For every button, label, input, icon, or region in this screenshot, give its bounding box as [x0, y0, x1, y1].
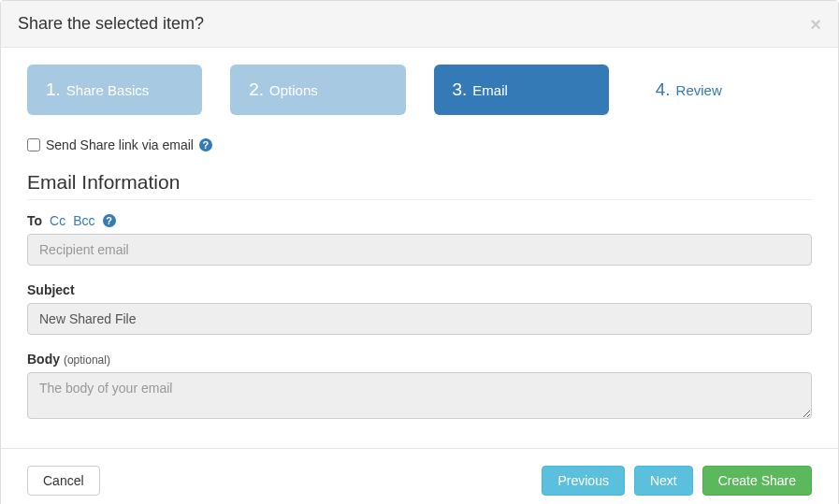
help-icon[interactable]: ?: [199, 138, 212, 151]
step-label: Email: [472, 82, 508, 98]
recipient-labels: To Cc Bcc ?: [27, 213, 812, 228]
body-textarea[interactable]: [27, 372, 812, 419]
previous-button[interactable]: Previous: [542, 466, 624, 496]
modal-header: Share the selected item? ×: [1, 1, 838, 48]
subject-label: Subject: [27, 282, 812, 297]
step-email[interactable]: 3. Email: [434, 65, 609, 115]
cancel-button[interactable]: Cancel: [27, 466, 100, 496]
send-link-via-email-label: Send Share link via email: [46, 137, 194, 152]
modal-body: 1. Share Basics 2. Options 3. Email 4. R…: [1, 48, 838, 448]
body-optional-text: (optional): [64, 353, 110, 367]
step-share-basics[interactable]: 1. Share Basics: [27, 65, 202, 115]
send-link-via-email-row: Send Share link via email ?: [27, 137, 812, 152]
modal-title: Share the selected item?: [18, 14, 204, 34]
step-review[interactable]: 4. Review: [637, 65, 812, 115]
next-button[interactable]: Next: [634, 466, 693, 496]
step-label: Share Basics: [66, 82, 149, 98]
step-number: 2.: [249, 79, 264, 100]
recipient-input[interactable]: [27, 234, 812, 266]
email-information-heading: Email Information: [27, 171, 812, 200]
subject-input[interactable]: [27, 303, 812, 335]
help-icon[interactable]: ?: [103, 214, 116, 227]
step-number: 4.: [656, 79, 671, 100]
subject-group: Subject: [27, 282, 812, 335]
bcc-link[interactable]: Bcc: [73, 213, 94, 228]
step-label: Review: [676, 82, 722, 98]
cc-link[interactable]: Cc: [50, 213, 65, 228]
step-label: Options: [269, 82, 318, 98]
footer-right: Previous Next Create Share: [542, 466, 812, 496]
create-share-button[interactable]: Create Share: [702, 466, 812, 496]
recipient-group: To Cc Bcc ?: [27, 213, 812, 266]
step-options[interactable]: 2. Options: [230, 65, 405, 115]
body-label: Body (optional): [27, 352, 812, 367]
to-label: To: [27, 213, 42, 228]
modal-footer: Cancel Previous Next Create Share: [1, 448, 838, 504]
step-number: 3.: [453, 79, 468, 100]
send-link-via-email-checkbox[interactable]: [27, 138, 40, 151]
step-number: 1.: [46, 79, 61, 100]
body-group: Body (optional): [27, 352, 812, 422]
body-label-text: Body: [27, 352, 60, 367]
share-modal: Share the selected item? × 1. Share Basi…: [0, 0, 839, 504]
wizard-steps: 1. Share Basics 2. Options 3. Email 4. R…: [27, 65, 812, 115]
close-icon[interactable]: ×: [810, 15, 821, 34]
